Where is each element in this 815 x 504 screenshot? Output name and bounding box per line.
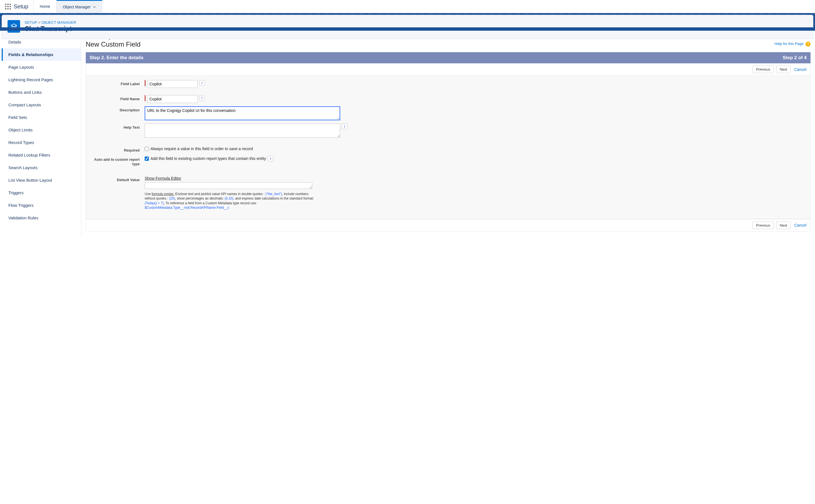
label-description: Description xyxy=(92,106,145,112)
content: Chat Transcript New Custom Field Help fo… xyxy=(83,32,813,237)
sidebar-item-object-limits[interactable]: Object Limits xyxy=(2,124,81,136)
default-value-textarea[interactable] xyxy=(145,182,312,189)
previous-button-top[interactable]: Previous xyxy=(752,66,774,73)
tab-object-manager-label: Object Manager xyxy=(63,5,91,9)
row-help-text: Help Text i xyxy=(92,124,805,138)
blue-strip xyxy=(0,27,815,31)
sidebar-item-compact-layouts[interactable]: Compact Layouts xyxy=(2,99,81,111)
sidebar-item-page-layouts[interactable]: Page Layouts xyxy=(2,61,81,73)
required-check-label: Always require a value in this field in … xyxy=(150,147,253,151)
row-field-label: Field Label i xyxy=(92,80,805,88)
required-bar-icon xyxy=(145,95,145,101)
main-wrap: Details Fields & Relationships Page Layo… xyxy=(2,32,813,237)
info-icon[interactable]: i xyxy=(342,124,347,129)
info-icon[interactable]: i xyxy=(199,80,205,86)
help-text-textarea[interactable] xyxy=(145,124,340,138)
required-checkbox[interactable] xyxy=(145,147,149,151)
auto-add-checkbox[interactable] xyxy=(145,157,149,161)
info-icon[interactable]: i xyxy=(199,95,205,101)
label-default-value: Default Value xyxy=(92,176,145,182)
top-nav: Setup Home Object Manager xyxy=(0,0,815,13)
label-required: Required xyxy=(92,147,145,152)
row-auto-add: Auto add to custom report type Add this … xyxy=(92,156,805,166)
formula-hint: Use formula syntax: Enclose text and pic… xyxy=(145,192,318,210)
row-default-value: Default Value Show Formula Editor Use fo… xyxy=(92,176,805,210)
help-icon[interactable]: ? xyxy=(806,42,811,47)
step-title: Step 2. Enter the details xyxy=(90,55,143,61)
help-link-wrap: Help for this Page ? xyxy=(775,42,811,47)
chevron-down-icon xyxy=(93,5,96,9)
show-formula-editor-link[interactable]: Show Formula Editor xyxy=(145,176,181,181)
required-bar-icon xyxy=(145,80,145,86)
row-required: Required Always require a value in this … xyxy=(92,147,805,152)
sidebar: Details Fields & Relationships Page Layo… xyxy=(2,32,81,237)
breadcrumb-setup[interactable]: SETUP xyxy=(25,20,37,25)
step-indicator: Step 2 of 4 xyxy=(783,55,807,61)
tab-object-manager[interactable]: Object Manager xyxy=(56,0,102,13)
next-button-bottom[interactable]: Next xyxy=(776,222,791,229)
app-name: Setup xyxy=(14,3,28,10)
app-launcher[interactable]: Setup xyxy=(0,0,33,13)
sidebar-item-validation-rules[interactable]: Validation Rules xyxy=(2,212,81,224)
row-field-name: Field Name i xyxy=(92,95,805,103)
sidebar-item-fields-relationships[interactable]: Fields & Relationships xyxy=(2,48,81,61)
info-icon[interactable]: i xyxy=(268,156,273,161)
button-row-top: Previous Next Cancel xyxy=(86,63,811,76)
step-bar: Step 2. Enter the details Step 2 of 4 xyxy=(86,52,811,63)
sidebar-item-list-view-button-layout[interactable]: List View Button Layout xyxy=(2,174,81,186)
row-description: Description URL to the Cognigy Copilot U… xyxy=(92,106,805,120)
context-title: New Custom Field xyxy=(86,40,811,48)
label-field-name: Field Name xyxy=(92,95,145,101)
breadcrumb: SETUP > OBJECT MANAGER xyxy=(25,20,76,25)
page-header: SETUP > OBJECT MANAGER Chat Transcript xyxy=(2,15,813,39)
button-row-bottom: Previous Next Cancel xyxy=(86,219,811,232)
help-link[interactable]: Help for this Page xyxy=(775,42,803,46)
cancel-link-bottom[interactable]: Cancel xyxy=(793,222,807,229)
sidebar-item-flow-triggers[interactable]: Flow Triggers xyxy=(2,199,81,212)
breadcrumb-object-manager[interactable]: OBJECT MANAGER xyxy=(41,20,76,25)
sidebar-item-search-layouts[interactable]: Search Layouts xyxy=(2,161,81,174)
form-area: Field Label i Field Name i Description xyxy=(86,76,811,219)
sidebar-item-lightning-record-pages[interactable]: Lightning Record Pages xyxy=(2,73,81,86)
label-help-text: Help Text xyxy=(92,124,145,129)
description-textarea[interactable]: URL to the Cognigy Copilot UI for this c… xyxy=(145,106,340,120)
next-button-top[interactable]: Next xyxy=(776,66,791,73)
cancel-link-top[interactable]: Cancel xyxy=(793,66,807,73)
field-name-input[interactable] xyxy=(147,95,197,103)
auto-add-check-label: Add this field to existing custom report… xyxy=(150,156,266,161)
field-label-input[interactable] xyxy=(147,80,197,88)
sidebar-item-related-lookup-filters[interactable]: Related Lookup Filters xyxy=(2,149,81,161)
previous-button-bottom[interactable]: Previous xyxy=(752,222,774,229)
sidebar-item-record-types[interactable]: Record Types xyxy=(2,136,81,149)
label-auto-add: Auto add to custom report type xyxy=(92,156,145,166)
sidebar-item-triggers[interactable]: Triggers xyxy=(2,186,81,199)
object-icon xyxy=(8,20,20,33)
sidebar-item-buttons-links[interactable]: Buttons and Links xyxy=(2,86,81,99)
waffle-icon xyxy=(5,4,11,9)
tab-home[interactable]: Home xyxy=(33,0,56,13)
label-field-label: Field Label xyxy=(92,80,145,86)
sidebar-item-field-sets[interactable]: Field Sets xyxy=(2,111,81,124)
